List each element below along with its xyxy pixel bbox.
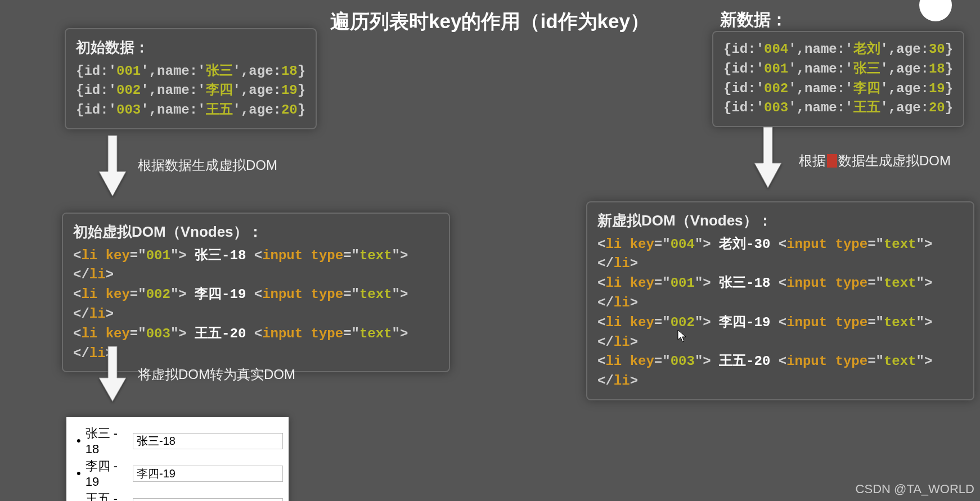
arrow-down-icon	[96, 132, 129, 202]
new-vnodes-box: 新虚拟DOM（Vnodes）： <li key="004"> 老刘-30 <in…	[586, 201, 974, 400]
arrow2-label: 根据数据生成虚拟DOM	[799, 152, 951, 170]
arrow-down-icon	[751, 124, 785, 193]
list-item: • 王五 - 20	[77, 490, 283, 501]
initial-vnodes-header: 初始虚拟DOM（Vnodes）：	[73, 222, 439, 243]
new-data-header: 新数据：	[720, 8, 788, 31]
initial-data-box: 初始数据： {id:'001',name:'张三',age:18} {id:'0…	[65, 28, 317, 129]
vnode-row: <li key="002"> 李四-19 <input type="text">…	[597, 313, 963, 353]
arrow-down-icon	[96, 343, 129, 407]
vnode-row: <li key="004"> 老刘-30 <input type="text">…	[597, 235, 963, 274]
real-dom-input[interactable]	[133, 433, 283, 449]
list-item-label: 王五 - 20	[86, 490, 128, 501]
list-item: • 李四 - 19	[77, 458, 283, 489]
page-title: 遍历列表时key的作用（id作为key）	[330, 8, 650, 35]
arrow3-label: 将虚拟DOM转为真实DOM	[138, 365, 295, 383]
initial-data-row: {id:'002',name:'李四',age:19}	[76, 81, 305, 101]
bullet-icon: •	[77, 434, 81, 448]
arrow2-label-pre: 根据	[799, 153, 826, 168]
vnode-row: <li key="003"> 王五-20 <input type="text">…	[597, 352, 963, 391]
list-item-label: 张三 - 18	[86, 425, 128, 457]
vnode-row: <li key="001"> 张三-18 <input type="text">…	[597, 274, 963, 313]
cursor-icon	[677, 330, 687, 346]
real-dom-input[interactable]	[133, 466, 283, 482]
bullet-icon: •	[77, 466, 81, 481]
initial-data-row: {id:'001',name:'张三',age:18}	[76, 62, 305, 82]
new-data-row: {id:'004',name:'老刘',age:30}	[723, 40, 953, 60]
new-data-row: {id:'002',name:'李四',age:19}	[723, 79, 953, 99]
list-item: • 张三 - 18	[77, 425, 283, 457]
vnode-row: <li key="001"> 张三-18 <input type="text">…	[73, 246, 439, 286]
arrow1-label: 根据数据生成虚拟DOM	[138, 156, 277, 174]
watermark: CSDN @TA_WORLD	[856, 482, 974, 497]
real-dom-box: • 张三 - 18 • 李四 - 19 • 王五 - 20	[66, 417, 289, 501]
bullet-icon: •	[77, 499, 81, 501]
arrow2-label-post: 数据生成虚拟DOM	[838, 153, 951, 168]
red-highlight-icon	[827, 154, 837, 168]
avatar	[919, 0, 952, 21]
new-data-box: {id:'004',name:'老刘',age:30} {id:'001',na…	[712, 31, 964, 127]
real-dom-input[interactable]	[133, 498, 283, 502]
new-vnodes-header: 新虚拟DOM（Vnodes）：	[597, 210, 963, 232]
new-data-row: {id:'001',name:'张三',age:18}	[723, 60, 953, 79]
new-data-row: {id:'003',name:'王五',age:20}	[723, 98, 953, 118]
initial-data-row: {id:'003',name:'王五',age:20}	[76, 101, 305, 120]
list-item-label: 李四 - 19	[86, 458, 128, 489]
vnode-row: <li key="002"> 李四-19 <input type="text">…	[73, 285, 439, 324]
initial-data-header: 初始数据：	[76, 37, 305, 58]
